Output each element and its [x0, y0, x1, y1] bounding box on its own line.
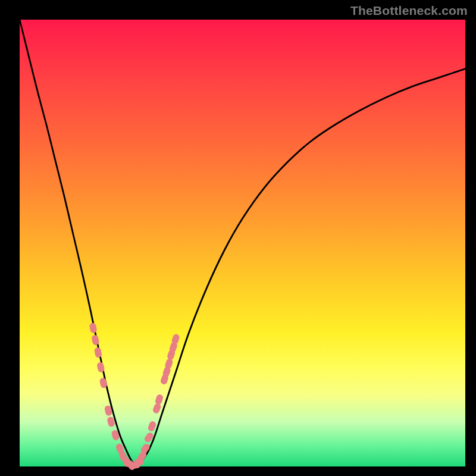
curve-marker	[152, 403, 161, 414]
curve-path	[20, 20, 465, 464]
curve-marker	[92, 335, 99, 346]
curve-marker	[89, 322, 97, 333]
watermark-text: TheBottleneck.com	[350, 4, 468, 18]
curve-marker	[148, 421, 156, 432]
curve-marker	[97, 362, 105, 372]
curve-marker	[165, 358, 174, 369]
curve-marker	[155, 394, 164, 405]
curve-marker	[171, 334, 180, 345]
chart-frame: TheBottleneck.com	[0, 0, 476, 476]
bottleneck-curve	[20, 20, 465, 466]
curve-marker	[94, 347, 102, 358]
curve-marker	[99, 378, 107, 389]
